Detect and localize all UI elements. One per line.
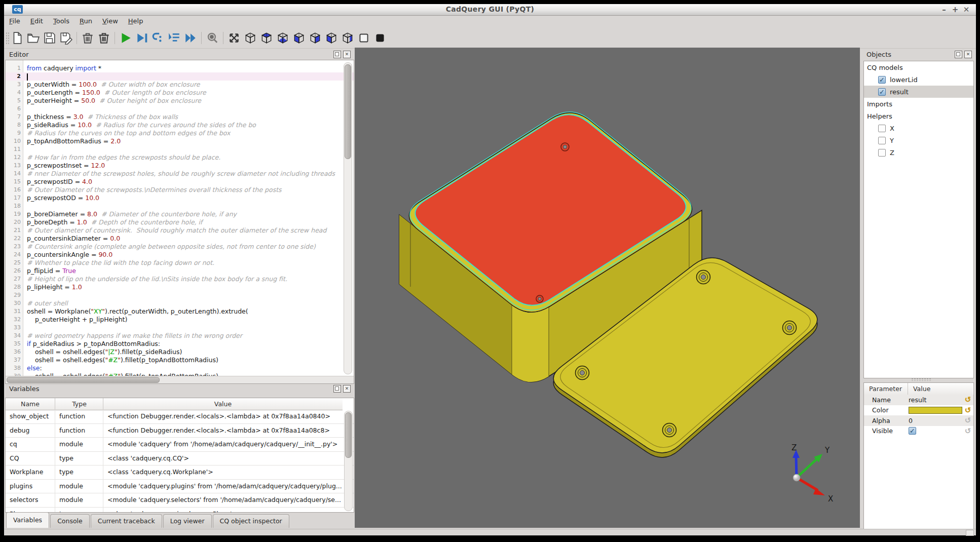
tab-current-traceback[interactable]: Current traceback [91, 514, 162, 528]
inspect-button[interactable] [205, 30, 220, 46]
save-button[interactable] [42, 30, 57, 46]
editor-line-37[interactable]: 37 oshell = oshell.edges("#Z").fillet(p_… [6, 356, 354, 364]
editor-line-3[interactable]: 3p_outerWidth = 100.0 # Outer width of b… [6, 81, 354, 89]
reset-icon[interactable]: ↺ [963, 405, 972, 415]
tree-row-x[interactable]: X [864, 122, 973, 134]
editor-line-9[interactable]: 9# Radius for the curves on the top and … [6, 129, 354, 137]
checkbox-y[interactable] [878, 137, 886, 144]
tree-row-z[interactable]: Z [864, 146, 973, 159]
parameters-column-parameter[interactable]: Parameter [864, 383, 908, 395]
objects-close-icon[interactable]: ✕ [964, 51, 972, 58]
editor-line-20[interactable]: 20p_boreDepth = 1.0 # Depth of the count… [6, 218, 354, 226]
panel-splitter[interactable] [911, 378, 931, 381]
visible-checkbox[interactable]: ✓ [909, 427, 916, 435]
parameter-row-alpha[interactable]: Alpha0↺ [864, 415, 973, 426]
color-swatch[interactable] [909, 407, 962, 414]
parameter-row-visible[interactable]: Visible✓↺ [864, 426, 973, 437]
variable-row-Plane[interactable]: Planetype<class 'cadquery.occ_impl.geom.… [6, 508, 354, 513]
variable-row-plugins[interactable]: pluginsmodule<module 'cadquery.plugins' … [6, 480, 354, 494]
editor-line-19[interactable]: 19p_boreDiameter = 8.0 # Diameter of the… [6, 210, 354, 218]
debug-button[interactable] [134, 30, 149, 46]
editor-line-30[interactable]: 30# outer shell [6, 299, 354, 307]
open-file-button[interactable] [26, 30, 41, 46]
new-file-button[interactable] [10, 30, 25, 46]
editor-float-icon[interactable] [333, 51, 341, 58]
tree-row-lowerlid[interactable]: ✓lowerLid [864, 73, 973, 86]
view-iso-button[interactable] [243, 30, 258, 46]
toolbar-grip[interactable] [5, 31, 9, 45]
editor-line-29[interactable]: 29 [6, 291, 354, 299]
editor-line-13[interactable]: 13p_screwpostInset = 12.0 [6, 162, 354, 170]
minimize-button[interactable]: – [938, 5, 950, 15]
menu-edit[interactable]: Edit [25, 15, 48, 27]
editor-line-32[interactable]: 32 p_outerHeight + p_lipHeight) [6, 316, 354, 324]
editor-line-4[interactable]: 4p_outerLength = 150.0 # Outer length of… [6, 89, 354, 97]
render-button[interactable] [118, 30, 133, 46]
editor-line-5[interactable]: 5p_outerHeight = 50.0 # Outer height of … [6, 97, 354, 105]
editor-line-23[interactable]: 23# Countersink angle (complete angle be… [6, 243, 354, 251]
parameter-row-name[interactable]: Nameresult↺ [864, 395, 973, 405]
tree-row-result[interactable]: ✓result [864, 86, 973, 98]
editor-line-33[interactable]: 33 [6, 324, 354, 332]
maximize-button[interactable]: + [950, 5, 961, 15]
editor-line-2[interactable]: 2 [6, 72, 354, 81]
variable-row-debug[interactable]: debugfunction<function Debugger.render.<… [6, 424, 354, 438]
editor-close-icon[interactable]: ✕ [343, 51, 351, 58]
editor-line-10[interactable]: 10p_topAndBottomRadius = 2.0 [6, 137, 354, 145]
delete-object-button[interactable] [80, 30, 95, 46]
variables-scroll-thumb[interactable] [345, 412, 352, 458]
view-front-button[interactable] [291, 30, 307, 46]
editor-line-15[interactable]: 15p_screwpostID = 4.0 [6, 178, 354, 186]
tab-console[interactable]: Console [50, 514, 90, 528]
editor-line-25[interactable]: 25# Whether to place the lid with the to… [6, 259, 354, 267]
editor-line-28[interactable]: 28p_lipHeight = 1.0 [6, 283, 354, 291]
editor-horizontal-scrollbar[interactable] [6, 376, 354, 383]
editor-line-36[interactable]: 36 oshell = oshell.edges("|Z").fillet(p_… [6, 348, 354, 356]
continue-button[interactable] [183, 30, 198, 46]
editor-line-38[interactable]: 38else: [6, 364, 354, 372]
shaded-button[interactable] [372, 30, 388, 46]
3d-viewport[interactable]: ZYX [355, 48, 860, 528]
save-as-button[interactable] [58, 30, 73, 46]
variables-close-icon[interactable]: ✕ [343, 385, 351, 393]
editor-line-7[interactable]: 7p_thickness = 3.0 # Thickness of the bo… [6, 113, 354, 121]
reset-icon[interactable]: ↺ [963, 395, 972, 405]
code-editor[interactable]: 1from cadquery import *23p_outerWidth = … [5, 60, 354, 384]
delete-all-button[interactable] [96, 30, 111, 46]
reset-icon[interactable]: ↺ [963, 426, 972, 436]
tree-row-cq-models[interactable]: CQ models [864, 61, 973, 73]
step-over-button[interactable] [167, 30, 182, 46]
view-right-button[interactable] [308, 30, 323, 46]
editor-line-1[interactable]: 1from cadquery import * [6, 64, 354, 72]
menu-tools[interactable]: Tools [48, 15, 74, 27]
wireframe-button[interactable] [356, 30, 371, 46]
objects-float-icon[interactable] [955, 51, 962, 58]
variable-row-CQ[interactable]: CQtype<class 'cadquery.cq.CQ'> [6, 452, 354, 466]
editor-line-35[interactable]: 35if p_sideRadius > p_topAndBottomRadius… [6, 340, 354, 348]
checkbox-lowerlid[interactable]: ✓ [878, 76, 886, 84]
view-bottom-button[interactable] [275, 30, 290, 46]
variables-scrollbar[interactable] [344, 411, 353, 511]
parameter-row-color[interactable]: Color↺ [864, 405, 973, 416]
variable-row-selectors[interactable]: selectorsmodule<module 'cadquery.selecto… [6, 493, 354, 508]
editor-line-12[interactable]: 12# How far in from the edges the screwp… [6, 153, 354, 162]
view-left-button[interactable] [324, 30, 339, 46]
viewport-canvas[interactable]: ZYX [355, 48, 860, 528]
tree-row-imports[interactable]: Imports [864, 98, 973, 110]
variables-column-type[interactable]: Type [55, 398, 103, 410]
editor-line-26[interactable]: 26p_flipLid = True [6, 267, 354, 275]
editor-vscroll-thumb[interactable] [345, 64, 351, 159]
view-top-button[interactable] [259, 30, 274, 46]
editor-line-27[interactable]: 27# Height of lip on the underside of th… [6, 275, 354, 283]
editor-line-11[interactable]: 11 [6, 145, 354, 153]
tree-row-helpers[interactable]: Helpers [864, 110, 973, 122]
reset-icon[interactable]: ↺ [963, 415, 972, 425]
editor-vertical-scrollbar[interactable] [344, 62, 352, 374]
editor-line-24[interactable]: 24p_countersinkAngle = 90.0 [6, 251, 354, 259]
fit-view-button[interactable] [227, 30, 242, 46]
menu-view[interactable]: View [97, 15, 123, 27]
editor-line-21[interactable]: 21# Outer diameter of countersink. Shoul… [6, 226, 354, 235]
editor-line-31[interactable]: 31oshell = Workplane("XY").rect(p_outerW… [6, 307, 354, 316]
variables-column-name[interactable]: Name [6, 398, 55, 410]
tab-cq-object-inspector[interactable]: CQ object inspector [213, 514, 289, 528]
